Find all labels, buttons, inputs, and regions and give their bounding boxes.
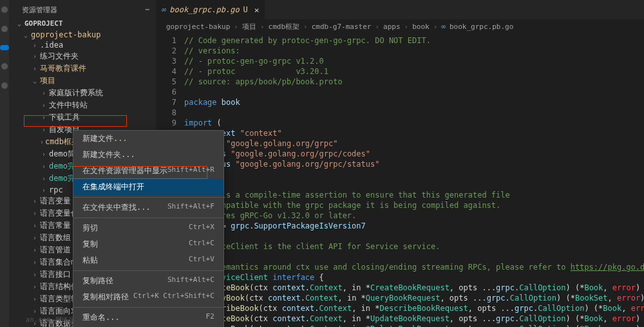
breadcrumb-segment[interactable]: cmdb框架 (269, 22, 300, 32)
chevron-icon: › (31, 234, 39, 241)
tree-item[interactable]: ⌄项目 (9, 75, 156, 87)
menu-item[interactable]: 复制相对路径Ctrl+K Ctrl+Shift+C (73, 289, 223, 305)
breadcrumb-segment[interactable]: 项目 (242, 22, 256, 32)
chevron-icon: › (31, 65, 39, 72)
breadcrumb-segment[interactable]: book_grpc.pb.go (450, 23, 513, 31)
tree-item-label: 语言接口 (40, 269, 71, 280)
chevron-icon: ⌄ (31, 77, 39, 84)
menu-item-label: 在文件夹中查找... (82, 202, 151, 213)
tree-item[interactable]: ›文件中转站 (9, 99, 156, 111)
menu-item-label: 剪切 (82, 223, 98, 234)
chevron-icon: › (31, 271, 39, 278)
menu-item[interactable]: 粘贴Ctrl+V (73, 252, 223, 268)
chevron-right-icon: › (404, 23, 409, 31)
chevron-icon: › (31, 259, 39, 266)
tree-item-label: 练习文件夹 (40, 51, 79, 62)
menu-item-shortcut: Ctrl+K Ctrl+Shift+C (133, 292, 214, 303)
activity-icon[interactable] (0, 45, 9, 50)
chevron-icon: › (40, 163, 48, 170)
menu-item-label: 在集成终端中打开 (82, 182, 144, 192)
menu-item[interactable]: 在文件夹中查找...Shift+Alt+F (73, 200, 223, 216)
chevron-right-icon: › (234, 23, 238, 31)
tree-item[interactable]: ›马哥教育课件 (9, 62, 156, 75)
menu-item-shortcut: F2 (206, 312, 214, 323)
menu-item-label: 重命名... (82, 312, 120, 323)
menu-item[interactable]: 新建文件夹... (73, 147, 223, 163)
chevron-icon: › (40, 151, 48, 158)
tree-item[interactable]: ›下载工具 (9, 111, 156, 124)
menu-item-label: 复制 (82, 239, 98, 250)
tree-item[interactable]: ›练习文件夹 (9, 50, 156, 62)
chevron-icon: › (40, 187, 48, 194)
breadcrumb[interactable]: goproject-bakup›项目›cmdb框架›cmdb-g7-master… (156, 19, 644, 34)
activity-icon[interactable] (1, 82, 8, 89)
code-editor[interactable]: 1234567891011121314151617181920212223242… (156, 34, 644, 327)
menu-item-label: 复制路径 (82, 276, 113, 286)
menu-item[interactable]: 重命名...F2 (73, 310, 223, 326)
chevron-right-icon: › (303, 23, 308, 31)
context-menu: 新建文件...新建文件夹...在文件资源管理器中显示Shift+Alt+R在集成… (73, 130, 224, 327)
tree-item-label: .idea (40, 41, 63, 50)
chevron-down-icon: ⌄ (15, 20, 23, 27)
chevron-icon: › (40, 138, 44, 145)
chevron-icon: › (31, 53, 39, 60)
tree-item-label: 项目 (40, 75, 55, 86)
project-name: GOPROJECT (24, 19, 63, 28)
tree-item[interactable]: ›家庭版计费系统 (9, 87, 156, 99)
tree-item-label: 马哥教育课件 (40, 63, 86, 74)
sidebar-title: 资源管理器 ⋯ (9, 0, 156, 17)
chevron-icon: › (31, 295, 39, 303)
menu-item-label: 新建文件夹... (82, 149, 135, 160)
activity-icon[interactable] (1, 63, 8, 70)
tree-item-label: 文件中转站 (49, 100, 88, 111)
tree-item-label: rpc (49, 185, 63, 194)
menu-item-shortcut: Ctrl+C (189, 239, 214, 250)
menu-item[interactable]: 复制路径Shift+Alt+C (73, 273, 223, 289)
tab-book-grpc[interactable]: ∞ book_grpc.pb.go U × (156, 0, 265, 19)
breadcrumb-segment[interactable]: book (412, 23, 430, 31)
menu-item-shortcut: Shift+Alt+R (167, 165, 214, 176)
tree-item[interactable]: ›.idea (9, 40, 156, 50)
menu-item-shortcut: Shift+Alt+C (167, 276, 214, 286)
chevron-icon: › (31, 198, 39, 205)
chevron-icon: › (31, 247, 39, 254)
activity-icon[interactable] (1, 6, 8, 13)
menu-item[interactable]: 新建文件... (73, 131, 223, 147)
tree-item-label: 家庭版计费系统 (49, 88, 103, 98)
more-icon[interactable]: ⋯ (145, 5, 149, 15)
tree-item-label: 下载工具 (49, 112, 80, 123)
menu-item-label: 在文件资源管理器中显示 (82, 165, 167, 176)
chevron-icon: › (31, 210, 39, 217)
chevron-icon: › (40, 175, 48, 182)
menu-item[interactable]: 复制Ctrl+C (73, 236, 223, 252)
breadcrumb-segment[interactable]: apps (383, 23, 401, 31)
code-lines[interactable]: // Code generated by protoc-gen-go-grpc.… (184, 34, 644, 327)
breadcrumb-segment[interactable]: cmdb-g7-master (312, 23, 372, 31)
activity-icon[interactable] (1, 26, 8, 32)
menu-item-label: 新建文件... (82, 133, 128, 144)
tree-item-label: 语言数组 (40, 232, 71, 243)
menu-item-shortcut: Ctrl+V (189, 255, 214, 266)
tree-item[interactable]: ⌄goproject-bakup (9, 30, 156, 40)
breadcrumb-segment[interactable]: goproject-bakup (166, 23, 230, 31)
tab-bar: ∞ book_grpc.pb.go U × (156, 0, 644, 19)
menu-item[interactable]: 在文件资源管理器中显示Shift+Alt+R (73, 163, 223, 179)
menu-item[interactable]: 剪切Ctrl+X (73, 220, 223, 236)
go-file-icon: ∞ (161, 5, 166, 14)
menu-item-shortcut: Shift+Alt+F (167, 202, 214, 213)
chevron-icon: › (31, 42, 39, 49)
activity-bar (0, 0, 9, 327)
menu-item-shortcut: Ctrl+X (189, 223, 214, 234)
sidebar-project-header[interactable]: ⌄ GOPROJECT (9, 17, 156, 30)
tree-item-label: 语言管道 (40, 245, 71, 256)
chevron-right-icon: › (433, 23, 438, 31)
chevron-right-icon: › (375, 23, 379, 31)
menu-item[interactable]: 在集成终端中打开 (73, 179, 223, 195)
tree-item-label: goproject-bakup (31, 30, 100, 39)
tree-item-label: 语言变量 (40, 196, 71, 207)
chevron-icon: › (40, 114, 48, 121)
chevron-icon: › (31, 222, 39, 229)
close-icon[interactable]: × (254, 5, 260, 15)
chevron-icon: › (31, 283, 39, 290)
tab-filename: book_grpc.pb.go (169, 5, 239, 14)
